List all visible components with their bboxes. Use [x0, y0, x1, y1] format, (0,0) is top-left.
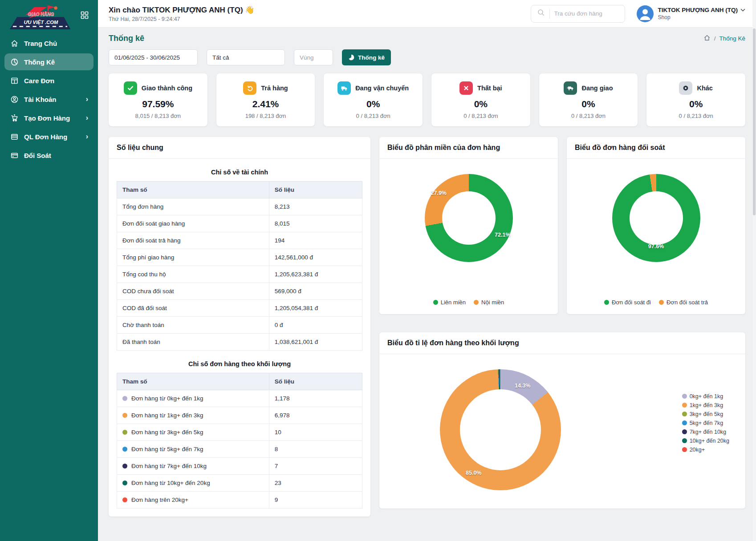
avatar [637, 5, 654, 22]
user-meta: TIKTOK PHƯỢNG ANH (TQ) Shop [658, 7, 745, 20]
check-icon [124, 81, 137, 95]
legend-item[interactable]: 20kg+ [682, 447, 729, 453]
donut-ring: 97.6% [612, 174, 700, 262]
col-value: Số liệu [269, 182, 362, 198]
legend-item[interactable]: Liên miền [433, 299, 466, 306]
chart-title: Biểu đồ tỉ lệ đơn hàng theo khối lượng [379, 332, 745, 354]
color-dot [122, 480, 127, 485]
legend-dot [682, 394, 687, 399]
user-menu[interactable]: TIKTOK PHƯỢNG ANH (TQ) Shop [637, 5, 745, 22]
search-divider [549, 9, 550, 19]
table-row: Đã thanh toán1,038,621,001 đ [117, 334, 362, 351]
donut-ring: 14.3% 85.0% [440, 369, 561, 490]
sidebar-item-doi-soat[interactable]: Đổi Soát [4, 147, 93, 164]
stat-percent: 2.41% [221, 99, 311, 109]
chart-legend: Liên miền Nội miền [379, 299, 558, 306]
stat-label: Thất bại [477, 85, 502, 92]
weight-table: Tham số Số liệu Đơn hàng từ 0kg+ đến 1kg… [117, 373, 362, 509]
stat-percent: 0% [328, 99, 418, 109]
search-input[interactable] [554, 10, 612, 17]
region-input[interactable]: Vùng [294, 49, 333, 65]
filter-bar: 01/06/2025 - 30/06/2025 Tất cả Vùng Thốn… [109, 49, 745, 65]
return-icon [243, 81, 256, 95]
color-dot [122, 430, 127, 435]
legend-item[interactable]: Đơn đối soát trả [659, 299, 708, 306]
main-area: Xin chào TIKTOK PHƯỢNG ANH (TQ) 👋 Thứ Ha… [98, 0, 756, 541]
page-title: Thống kê [109, 34, 144, 43]
legend-item[interactable]: Nội miền [474, 299, 504, 306]
donut-chart-weight: 14.3% 85.0% 0kg+ đến 1kg 1kg+ đến 3kg 3k… [379, 354, 745, 508]
sidebar-item-label: Tạo Đơn Hàng [24, 114, 70, 122]
sidebar-item-thong-ke[interactable]: Thống Kê [4, 53, 93, 70]
order-search-box[interactable] [531, 5, 625, 23]
sidebar-item-tai-khoan[interactable]: Tài Khoản › [4, 91, 93, 108]
slice-label: 85.0% [466, 470, 481, 476]
sidebar-item-label: QL Đơn Hàng [24, 133, 67, 141]
date-range-input[interactable]: 01/06/2025 - 30/06/2025 [109, 49, 198, 65]
legend-item[interactable]: 1kg+ đến 3kg [682, 402, 729, 408]
legend-item[interactable]: 10kg+ đến 20kg [682, 438, 729, 444]
scrollbar-thumb[interactable] [753, 28, 756, 215]
topbar: Xin chào TIKTOK PHƯỢNG ANH (TQ) 👋 Thứ Ha… [98, 0, 756, 28]
legend-item[interactable]: Đơn đối soát đi [604, 299, 651, 306]
legend-dot [682, 447, 687, 452]
stat-detail: 0 / 8,213 đơn [328, 113, 418, 119]
general-stats-card: Số liệu chung Chỉ số về tài chính Tham s… [109, 137, 370, 517]
legend-item[interactable]: 5kg+ đến 7kg [682, 420, 729, 426]
list-icon [10, 132, 19, 141]
legend-dot [474, 300, 479, 305]
logo-row: GIAO HÀNG ƯU VIỆT .COM [0, 0, 98, 32]
user-name: TIKTOK PHƯỢNG ANH (TQ) [658, 7, 745, 13]
sidebar-item-label: Đổi Soát [24, 152, 51, 159]
chart-legend: 0kg+ đến 1kg 1kg+ đến 3kg 3kg+ đến 5kg 5… [682, 393, 729, 453]
legend-dot [604, 300, 609, 305]
sidebar-item-ql-don-hang[interactable]: QL Đơn Hàng › [4, 128, 93, 145]
table-row: Đơn hàng từ 3kg+ đến 5kg10 [117, 424, 362, 441]
legend-item[interactable]: 3kg+ đến 5kg [682, 411, 729, 417]
table-row: Đơn đối soát trả hàng194 [117, 232, 362, 249]
donut-ring: 27.9% 72.1% [425, 174, 513, 262]
home-icon [10, 39, 19, 48]
user-role: Shop [658, 14, 745, 20]
status-select[interactable]: Tất cả [207, 49, 285, 65]
stat-label: Đang vận chuyển [355, 85, 409, 92]
slice-label: 14.3% [515, 383, 530, 389]
scrollbar[interactable] [752, 0, 756, 541]
sidebar-item-trang-chu[interactable]: Trang Chủ [4, 35, 93, 52]
sidebar-item-tao-don-hang[interactable]: Tạo Đơn Hàng › [4, 109, 93, 126]
stat-card-that-bai: Thất bại 0% 0 / 8,213 đơn [431, 73, 530, 126]
color-dot [122, 396, 127, 401]
thong-ke-button[interactable]: Thống kê [342, 49, 391, 65]
apps-grid-icon[interactable] [80, 11, 89, 21]
stat-percent: 0% [544, 99, 634, 109]
window-icon [10, 76, 19, 85]
delivery-icon [564, 81, 577, 95]
table-row: Tổng cod thu hộ1,205,623,381 đ [117, 266, 362, 283]
color-dot [122, 413, 127, 418]
legend-dot [682, 403, 687, 408]
table-row: Đơn hàng từ 0kg+ đến 1kg1,178 [117, 390, 362, 407]
sidebar-item-care-don[interactable]: Care Đơn [4, 72, 93, 89]
content: Thống kê / Thống Kê 01/06/2025 - 30/06/2… [98, 28, 756, 527]
sidebar-item-label: Care Đơn [24, 77, 54, 85]
legend-dot [682, 420, 687, 425]
stat-card-tra-hang: Trả hàng 2.41% 198 / 8,213 đơn [216, 73, 315, 126]
legend-item[interactable]: 7kg+ đến 10kg [682, 429, 729, 435]
legend-dot [682, 438, 687, 443]
x-icon [459, 81, 473, 95]
finance-table: Tham số Số liệu Tổng đơn hàng8,213 Đơn đ… [117, 181, 362, 351]
stat-detail: 0 / 8,213 đơn [651, 113, 741, 119]
table-row: Tổng phí giao hàng142,561,000 đ [117, 249, 362, 266]
legend-item[interactable]: 0kg+ đến 1kg [682, 393, 729, 400]
dashboard-grid: Số liệu chung Chỉ số về tài chính Tham s… [109, 137, 745, 527]
weight-ratio-chart-card: Biểu đồ tỉ lệ đơn hàng theo khối lượng 1… [379, 332, 745, 509]
breadcrumb-home-icon[interactable] [703, 34, 711, 43]
logo-text-2: ƯU VIỆT .COM [24, 20, 58, 25]
breadcrumb-current: Thống Kê [719, 35, 745, 42]
stat-card-giao-thanh-cong: Giao thành công 97.59% 8,015 / 8,213 đơn [109, 73, 207, 126]
sidebar-nav: Trang Chủ Thống Kê Care Đơn Tài Khoản › [0, 35, 98, 164]
general-stats-title: Số liệu chung [109, 137, 370, 159]
table-row: Tổng đơn hàng8,213 [117, 198, 362, 215]
stat-label: Giao thành công [142, 85, 192, 92]
stat-card-khac: Khác 0% 0 / 8,213 đơn [646, 73, 745, 126]
